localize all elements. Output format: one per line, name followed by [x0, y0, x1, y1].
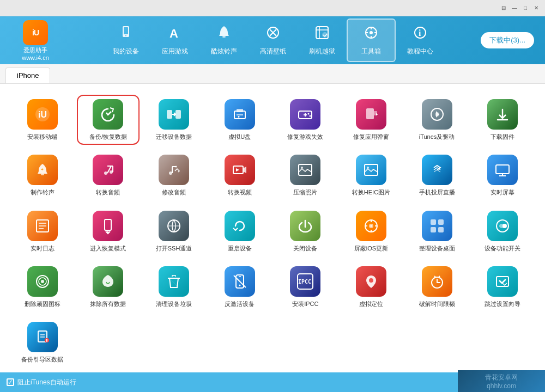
- tutorial-label: 教程中心: [407, 47, 433, 56]
- virtual-udisk-icon: [225, 99, 255, 130]
- tool-install-ipcc[interactable]: IPCC安装IPCC: [274, 262, 337, 312]
- block-ios-update-icon: [356, 211, 386, 241]
- tool-virtual-udisk[interactable]: 虚拟U盘: [208, 95, 271, 145]
- svg-point-11: [370, 31, 373, 34]
- maximize-button[interactable]: □: [521, 4, 530, 13]
- tool-open-ssh[interactable]: 打开SSH通道: [142, 206, 205, 256]
- tool-break-time-limit[interactable]: 破解时间限额: [405, 262, 469, 312]
- itunes-label: 阻止iTunes自动运行: [17, 378, 76, 387]
- skip-setup-label: 跳过设置向导: [485, 300, 520, 308]
- tool-restart-device[interactable]: 重启设备: [208, 206, 271, 256]
- tool-real-screen[interactable]: 实时屏幕: [471, 150, 534, 200]
- tool-edit-audio[interactable]: 修改音频: [142, 150, 205, 200]
- svg-rect-1: [124, 27, 128, 34]
- minimize-button[interactable]: —: [510, 4, 519, 13]
- tool-fix-app-popup[interactable]: 修复应用弹窗: [340, 95, 403, 145]
- tool-shutdown-device[interactable]: 关闭设备: [274, 206, 337, 256]
- tool-convert-heic[interactable]: 转换HEIC图片: [340, 150, 403, 200]
- download-firmware-label: 下载固件: [491, 133, 514, 140]
- tool-delete-stubborn-icon[interactable]: 删除顽固图标: [11, 262, 74, 312]
- tool-device-toggle[interactable]: 设备功能开关: [471, 206, 534, 256]
- nav-item-tutorial[interactable]: i教程中心: [396, 19, 445, 62]
- svg-point-47: [175, 166, 177, 168]
- my-device-label: 我的设备: [113, 47, 139, 56]
- nav-item-toolbox[interactable]: 工具箱: [347, 19, 396, 62]
- compress-photo-label: 压缩照片: [293, 188, 317, 196]
- tool-clean-junk[interactable]: 清理设备垃圾: [142, 262, 205, 312]
- tool-backup-restore[interactable]: 备份/恢复数据: [77, 95, 140, 145]
- close-button[interactable]: ✕: [532, 4, 541, 13]
- tab-iphone[interactable]: iPhone: [5, 68, 50, 83]
- block-ios-update-label: 屏蔽iOS更新: [354, 244, 388, 252]
- svg-text:iU: iU: [38, 110, 47, 119]
- nav-item-wallpaper[interactable]: 高清壁纸: [249, 19, 298, 62]
- tool-recovery-mode[interactable]: 进入恢复模式: [77, 206, 140, 256]
- real-screen-icon: [487, 155, 518, 185]
- tool-organize-desktop[interactable]: 整理设备桌面: [405, 206, 469, 256]
- nav-item-jailbreak[interactable]: 刷机越狱: [298, 19, 347, 62]
- svg-text:IPCC: IPCC: [298, 279, 311, 285]
- titlebar-icon: ⊟: [499, 4, 508, 13]
- tool-backup-partition[interactable]: 备份引导区数据: [11, 317, 74, 367]
- svg-rect-32: [366, 108, 374, 119]
- convert-video-label: 转换视频: [228, 188, 252, 196]
- status-left: ✓ 阻止iTunes自动运行: [7, 378, 76, 387]
- shutdown-device-icon: [290, 211, 320, 241]
- svg-rect-53: [496, 165, 509, 174]
- migrate-data-icon: [159, 99, 189, 130]
- tool-download-firmware[interactable]: 下载固件: [471, 95, 534, 145]
- deactivate-device-label: 反激活设备: [225, 300, 255, 308]
- tool-itunes-driver[interactable]: iTunes及驱动: [405, 95, 469, 145]
- restart-device-icon: [225, 211, 255, 241]
- tool-install-mobile[interactable]: iU安装移动端: [11, 95, 74, 145]
- svg-text:+: +: [41, 167, 44, 172]
- fix-app-popup-label: 修复应用弹窗: [353, 133, 389, 140]
- fake-location-icon: [356, 266, 386, 297]
- device-toggle-label: 设备功能开关: [485, 244, 520, 252]
- nav-item-app-games[interactable]: A应用游戏: [150, 19, 199, 62]
- svg-rect-24: [237, 109, 243, 112]
- toolbox-icon: [363, 24, 379, 45]
- convert-video-icon: [225, 155, 255, 185]
- convert-audio-icon: [93, 155, 123, 185]
- svg-rect-4: [222, 36, 226, 38]
- organize-desktop-icon: [422, 211, 452, 241]
- tool-convert-video[interactable]: 转换视频: [208, 150, 271, 200]
- nav-item-my-device[interactable]: 我的设备: [101, 19, 150, 62]
- window-controls[interactable]: ⊟ — □ ✕: [499, 4, 541, 13]
- tool-skip-setup[interactable]: 跳过设置向导: [471, 262, 534, 312]
- app-games-label: 应用游戏: [162, 47, 188, 56]
- svg-rect-74: [431, 227, 436, 232]
- tools-grid: iU安装移动端备份/恢复数据迁移设备数据虚拟U盘修复游戏失效修复应用弹窗iTun…: [11, 92, 534, 370]
- tool-block-ios-update[interactable]: 屏蔽iOS更新: [340, 206, 403, 256]
- ringtones-icon: [216, 24, 232, 45]
- tool-wipe-all-data[interactable]: 抹除所有数据: [77, 262, 140, 312]
- tool-screen-cast[interactable]: 手机投屏直播: [405, 150, 469, 200]
- wipe-all-data-icon: [93, 266, 123, 297]
- tool-real-log[interactable]: 实时日志: [11, 206, 74, 256]
- restart-device-label: 重启设备: [228, 244, 252, 252]
- tool-migrate-data[interactable]: 迁移设备数据: [142, 95, 205, 145]
- tool-make-ringtone[interactable]: +制作铃声: [11, 150, 74, 200]
- tool-compress-photo[interactable]: 压缩照片: [274, 150, 337, 200]
- ringtones-label: 酷炫铃声: [211, 47, 237, 56]
- itunes-driver-label: iTunes及驱动: [419, 133, 455, 140]
- convert-heic-label: 转换HEIC图片: [352, 188, 390, 196]
- tool-convert-audio[interactable]: 转换音频: [77, 150, 140, 200]
- nav-item-ringtones[interactable]: 酷炫铃声: [199, 19, 249, 62]
- fix-game-label: 修复游戏失效: [287, 133, 323, 140]
- svg-point-52: [367, 167, 369, 169]
- backup-restore-label: 备份/恢复数据: [89, 133, 127, 140]
- tool-fake-location[interactable]: 虚拟定位: [340, 262, 403, 312]
- virtual-udisk-label: 虚拟U盘: [228, 133, 251, 140]
- convert-audio-label: 转换音频: [96, 188, 120, 196]
- header: iU 爱思助手 www.i4.cn 我的设备A应用游戏酷炫铃声高清壁纸刷机越狱工…: [0, 16, 545, 64]
- svg-point-96: [46, 341, 47, 342]
- tool-deactivate-device[interactable]: 反激活设备: [208, 262, 271, 312]
- itunes-autorun-checkbox[interactable]: ✓: [7, 378, 14, 386]
- download-button[interactable]: 下载中(3)...: [481, 32, 534, 48]
- screen-cast-label: 手机投屏直播: [419, 188, 455, 196]
- tool-fix-game[interactable]: 修复游戏失效: [274, 95, 337, 145]
- my-device-icon: [118, 24, 134, 45]
- svg-rect-92: [496, 277, 508, 286]
